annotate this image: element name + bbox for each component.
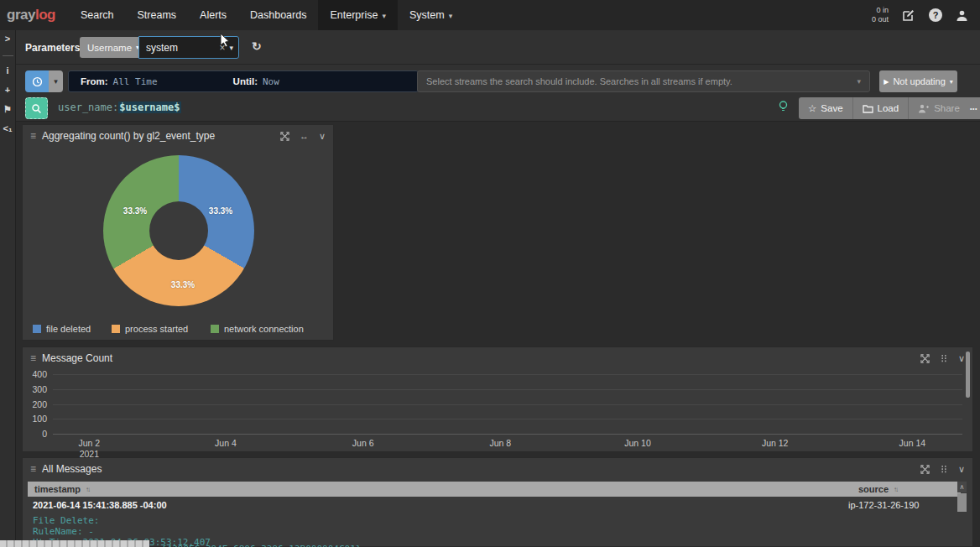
drag-handle-icon[interactable]: ≡ — [30, 463, 36, 475]
nav-item-system[interactable]: System▾ — [398, 0, 464, 30]
expand-arrows-icon[interactable] — [920, 354, 930, 363]
nav-item-search[interactable]: Search — [69, 0, 126, 30]
timerange-button[interactable] — [25, 70, 49, 92]
pie-slice-label: 33.3% — [209, 206, 232, 216]
column-header-source[interactable]: source ↑↓ — [858, 484, 897, 494]
streams-placeholder: Select streams the search should include… — [426, 76, 732, 86]
view-sidebar: > i + ⚑ <₁ — [0, 30, 16, 547]
timerange-caret-button[interactable]: ▾ — [49, 70, 63, 92]
drag-handle-icon[interactable]: ≡ — [30, 130, 36, 142]
from-value: All Time — [113, 76, 158, 87]
flag-icon[interactable]: ⚑ — [3, 105, 12, 114]
plus-icon[interactable]: + — [5, 86, 10, 95]
query-field-token: user_name: — [58, 102, 118, 113]
scrollbar-thumb[interactable] — [957, 493, 967, 512]
throughput-counter: 0 in 0 out — [872, 6, 889, 25]
legend-swatch — [112, 325, 120, 333]
streams-select[interactable]: Select streams the search should include… — [417, 70, 870, 92]
collapse-chevron-icon[interactable]: ∨ — [958, 464, 965, 475]
expand-arrows-icon[interactable] — [280, 132, 289, 141]
donut-hole — [149, 201, 208, 260]
share-button[interactable]: Share — [909, 97, 970, 119]
gridline: 300 — [53, 389, 962, 390]
drag-handle-icon[interactable]: ≡ — [30, 352, 36, 364]
caret-down-icon: ▾ — [449, 12, 453, 20]
message-field-line: File Delete: — [33, 515, 99, 526]
legend-item[interactable]: file deleted — [33, 324, 91, 334]
until-label: Until: — [233, 76, 258, 86]
sidebar-divider — [3, 55, 13, 56]
graylog-logo[interactable]: graylog — [0, 7, 69, 23]
nav-item-dashboards[interactable]: Dashboards — [238, 0, 318, 30]
gridline: 200 — [53, 404, 962, 405]
widget-title: Message Count — [42, 352, 112, 364]
scroll-up-arrow[interactable]: ∧ — [957, 482, 967, 492]
search-actions-group: ☆Save Load Share ? — [799, 97, 980, 119]
legend-item[interactable]: network connection — [211, 324, 304, 334]
focus-columns-icon[interactable] — [940, 354, 948, 363]
top-nav: graylog Search Streams Alerts Dashboards… — [0, 0, 980, 30]
widget-title: Aggregating count() by gl2_event_type — [42, 130, 215, 142]
resize-horizontal-icon[interactable]: ↔ — [300, 131, 309, 141]
info-icon[interactable]: i — [6, 66, 8, 76]
load-button[interactable]: Load — [853, 97, 910, 119]
gridline: 400 — [53, 374, 962, 375]
sort-icon[interactable]: ↑↓ — [894, 486, 897, 493]
aggregation-widget: ≡ Aggregating count() by gl2_event_type … — [22, 124, 334, 341]
column-header-timestamp[interactable]: timestamp ↑↓ — [28, 484, 89, 494]
more-actions-button[interactable]: ••• — [966, 97, 980, 119]
nav-item-streams[interactable]: Streams — [126, 0, 189, 30]
play-icon: ▶ — [884, 78, 889, 86]
share-user-icon — [918, 104, 930, 113]
parameters-label: Parameters — [25, 42, 80, 54]
nav-item-alerts[interactable]: Alerts — [188, 0, 238, 30]
scrollbar-thumb[interactable] — [966, 352, 970, 398]
timeseries-chart[interactable]: 400 300 200 100 0 Jun 22021 Jun 4 Jun 6 … — [53, 374, 962, 434]
query-input[interactable]: user_name:$username$ — [58, 102, 181, 113]
x-tick: Jun 12 — [762, 438, 789, 449]
lightbulb-icon[interactable] — [779, 101, 788, 116]
sidebar-expand-icon[interactable]: > — [5, 34, 10, 44]
legend-swatch — [33, 325, 41, 333]
gridline: 100 — [53, 419, 962, 419]
message-field-line: RuleName: - — [33, 526, 94, 537]
refresh-icon[interactable]: ↻ — [252, 39, 262, 53]
timerange-display[interactable]: From: All Time Until: Now — [68, 70, 419, 92]
browser-status-fragment — [0, 540, 149, 547]
parameter-name-button[interactable]: Username▾ — [80, 37, 147, 58]
help-icon[interactable]: ? — [929, 8, 942, 22]
refresh-interval-button[interactable]: ▶ Not updating ▾ — [879, 70, 957, 92]
table-header-row: timestamp ↑↓ source ↑↓ — [28, 482, 961, 497]
query-param-token: $username$ — [118, 102, 180, 113]
caret-down-icon: ▾ — [857, 77, 861, 86]
widget-title: All Messages — [42, 463, 102, 475]
fields-icon[interactable]: <₁ — [3, 124, 13, 133]
focus-columns-icon[interactable] — [940, 465, 948, 474]
collapse-chevron-icon[interactable]: ∨ — [958, 353, 965, 364]
pie-slice-label: 33.3% — [171, 280, 195, 289]
sort-icon[interactable]: ↑↓ — [86, 486, 89, 493]
legend-item[interactable]: process started — [112, 324, 188, 334]
message-source[interactable]: ip-172-31-26-190 — [848, 500, 919, 510]
search-submit-button[interactable] — [25, 97, 48, 119]
edit-icon[interactable] — [902, 8, 915, 22]
nav-item-enterprise[interactable]: Enterprise▾ — [318, 0, 398, 30]
parameters-bar: Parameters Username▾ × ▾ ↻ — [16, 30, 980, 65]
collapse-chevron-icon[interactable]: ∨ — [319, 131, 326, 142]
caret-down-icon: ▾ — [382, 12, 386, 20]
message-timestamp[interactable]: 2021-06-14 15:41:38.885 -04:00 — [33, 500, 167, 510]
pie-slice-label: 33.3% — [123, 206, 147, 216]
save-button[interactable]: ☆Save — [799, 97, 853, 119]
x-tick: Jun 14 — [899, 438, 926, 449]
folder-icon — [863, 104, 873, 113]
widget-header: ≡ Message Count ∨ — [23, 347, 972, 369]
from-label: From: — [81, 76, 108, 86]
message-count-widget: ≡ Message Count ∨ 400 300 200 100 0 Jun … — [22, 346, 973, 452]
search-icon — [31, 103, 42, 114]
x-tick: Jun 10 — [624, 438, 651, 449]
parameter-value-input[interactable] — [139, 42, 216, 54]
clock-icon — [32, 76, 43, 87]
x-tick: Jun 6 — [352, 438, 374, 449]
user-icon[interactable] — [956, 9, 968, 22]
expand-arrows-icon[interactable] — [920, 465, 930, 474]
